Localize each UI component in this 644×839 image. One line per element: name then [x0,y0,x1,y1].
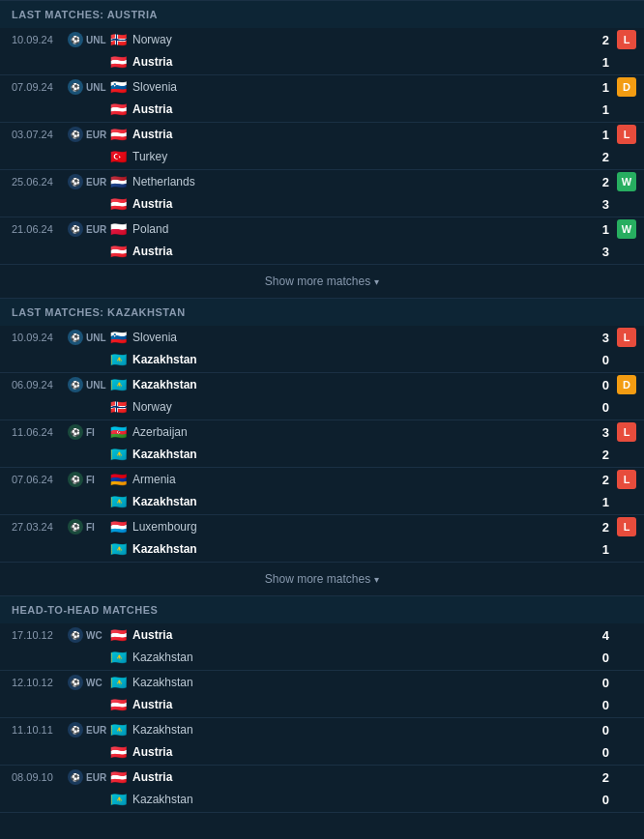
team2-score: 2 [586,448,609,462]
team1-name: Austria [132,770,586,784]
team1-flag: 🇦🇹 [110,628,127,642]
team2-flag: 🇹🇷 [110,150,127,163]
austria-section-header: LAST MATCHES: AUSTRIA [0,0,644,28]
match-pair: 17.10.12⚽WC🇦🇹Austria4🇰🇿Kazakhstan0 [0,623,644,671]
competition-label: WC [86,678,102,688]
team1-name: Armenia [132,473,586,486]
team1-name: Poland [132,222,586,236]
competition-label: EUR [86,772,106,783]
competition-icon: ⚽ [68,627,83,643]
team1-flag: 🇳🇴 [110,33,127,46]
team2-name: Austria [132,698,586,711]
competition-label: UNL [86,333,106,343]
team2-name: Kazakhstan [132,495,586,508]
competition-badge: ⚽EUR [68,174,106,189]
match-pair: 10.09.24⚽UNL🇸🇮Slovenia3L🇰🇿Kazakhstan0 [0,326,644,373]
competition-icon: ⚽ [68,519,83,535]
team1-name: Kazakhstan [132,723,586,737]
team2-name: Turkey [132,150,586,163]
match-date: 07.06.24 [12,474,68,485]
team1-score: 0 [586,676,609,690]
team1-score: 1 [586,128,609,142]
team2-flag: 🇦🇹 [110,698,127,711]
competition-badge: ⚽EUR [68,769,106,785]
team1-flag: 🇦🇹 [110,128,127,141]
team1-flag: 🇰🇿 [110,676,127,689]
chevron-down-icon: ▾ [374,276,379,287]
competition-badge: ⚽FI [68,424,95,440]
competition-badge: ⚽UNL [68,377,106,392]
competition-icon: ⚽ [68,221,83,237]
competition-badge: ⚽UNL [68,330,106,345]
competition-badge: ⚽UNL [68,79,106,95]
team2-name: Norway [132,400,586,414]
match-pair: 11.10.11⚽EUR🇰🇿Kazakhstan0🇦🇹Austria0 [0,718,644,766]
team2-flag: 🇳🇴 [110,400,127,414]
team1-name: Austria [132,628,586,642]
team2-name: Kazakhstan [132,448,586,461]
kazakhstan-matches-list: 10.09.24⚽UNL🇸🇮Slovenia3L🇰🇿Kazakhstan006.… [0,326,644,563]
competition-label: EUR [86,224,106,235]
result-badge: D [617,375,636,394]
team2-name: Austria [132,102,586,116]
team2-flag: 🇦🇹 [110,745,127,759]
team2-score: 0 [586,353,609,367]
kazakhstan-show-more[interactable]: Show more matches ▾ [0,563,644,595]
match-pair: 06.09.24⚽UNL🇰🇿Kazakhstan0D🇳🇴Norway0 [0,373,644,420]
competition-icon: ⚽ [68,472,83,487]
result-badge: W [617,219,636,239]
competition-badge: ⚽EUR [68,221,106,237]
team1-flag: 🇦🇿 [110,425,127,439]
match-pair: 07.09.24⚽UNL🇸🇮Slovenia1D🇦🇹Austria1 [0,75,644,123]
team1-name: Norway [132,33,586,46]
competition-label: FI [86,427,95,438]
team1-flag: 🇦🇲 [110,473,127,486]
team1-name: Austria [132,128,586,141]
match-pair: 21.06.24⚽EUR🇵🇱Poland1W🇦🇹Austria3 [0,217,644,265]
show-more-label-2: Show more matches [265,572,370,586]
team2-name: Kazakhstan [132,542,586,556]
result-badge: L [617,30,636,49]
h2h-matches-list: 17.10.12⚽WC🇦🇹Austria4🇰🇿Kazakhstan012.10.… [0,623,644,813]
team2-flag: 🇰🇿 [110,651,127,664]
team2-name: Austria [132,55,586,69]
competition-badge: ⚽UNL [68,32,106,47]
team1-name: Kazakhstan [132,378,586,391]
match-date: 11.06.24 [12,426,68,438]
team1-name: Slovenia [132,80,586,94]
match-pair: 25.06.24⚽EUR🇳🇱Netherlands2W🇦🇹Austria3 [0,170,644,217]
competition-icon: ⚽ [68,127,83,142]
match-date: 06.09.24 [12,379,68,391]
team1-flag: 🇰🇿 [110,723,127,737]
result-badge: L [617,125,636,144]
team1-score: 2 [586,520,609,535]
team1-flag: 🇱🇺 [110,520,127,534]
competition-label: EUR [86,725,106,736]
team1-flag: 🇰🇿 [110,378,127,391]
competition-icon: ⚽ [68,79,83,95]
competition-label: EUR [86,130,106,140]
team2-score: 0 [586,651,609,665]
competition-label: UNL [86,35,106,45]
result-badge: D [617,77,636,97]
team1-score: 1 [586,222,609,237]
match-date: 21.06.24 [12,223,68,235]
competition-label: EUR [86,177,106,188]
team1-score: 2 [586,33,609,47]
team1-score: 2 [586,770,609,785]
result-badge: L [617,517,636,536]
match-date: 10.09.24 [12,332,68,343]
competition-icon: ⚽ [68,377,83,392]
competition-icon: ⚽ [68,675,83,690]
austria-show-more[interactable]: Show more matches ▾ [0,265,644,298]
team2-score: 2 [586,150,609,164]
competition-icon: ⚽ [68,722,83,738]
team1-flag: 🇸🇮 [110,331,127,344]
kazakhstan-section-header: LAST MATCHES: KAZAKHSTAN [0,298,644,326]
team1-score: 0 [586,723,609,738]
team1-score: 2 [586,175,609,189]
match-date: 07.09.24 [12,81,68,93]
match-pair: 03.07.24⚽EUR🇦🇹Austria1L🇹🇷Turkey2 [0,123,644,170]
team1-score: 2 [586,473,609,487]
competition-label: FI [86,522,95,533]
